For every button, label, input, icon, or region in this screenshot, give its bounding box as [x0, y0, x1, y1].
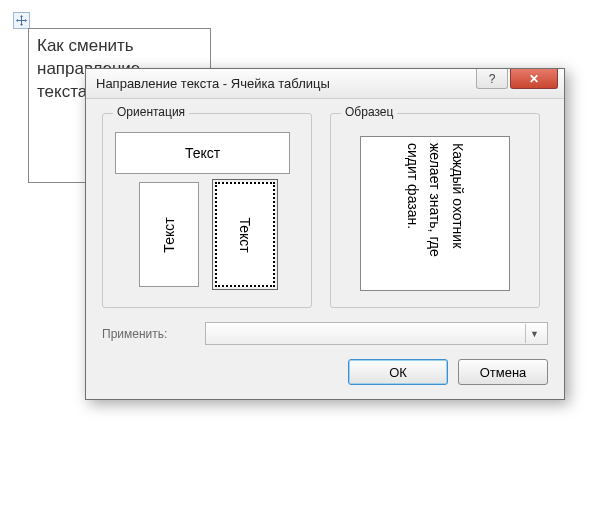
apply-to-label: Применить: [102, 327, 197, 341]
orientation-legend: Ориентация [113, 105, 189, 119]
orientation-text: Текст [161, 217, 177, 252]
chevron-down-icon: ▼ [525, 324, 543, 343]
text-direction-dialog: Направление текста - Ячейка таблицы ? ✕ … [85, 68, 565, 400]
close-button[interactable]: ✕ [510, 69, 558, 89]
cancel-button[interactable]: Отмена [458, 359, 548, 385]
table-move-handle[interactable] [13, 12, 30, 29]
dialog-titlebar: Направление текста - Ячейка таблицы ? ✕ [86, 69, 564, 99]
orientation-vertical-left-option[interactable]: Текст [139, 182, 199, 287]
ok-label: ОК [389, 365, 407, 380]
orientation-horizontal-option[interactable]: Текст [115, 132, 290, 174]
move-arrows-icon [16, 15, 27, 26]
sample-preview: Каждый охотник желает знать, где сидит ф… [360, 136, 510, 291]
close-icon: ✕ [529, 72, 539, 86]
dialog-title: Направление текста - Ячейка таблицы [96, 76, 476, 91]
orientation-text: Текст [185, 145, 220, 161]
sample-panel: Образец Каждый охотник желает знать, где… [330, 113, 540, 308]
help-button[interactable]: ? [476, 69, 508, 89]
sample-legend: Образец [341, 105, 397, 119]
sample-text: Каждый охотник желает знать, где сидит ф… [397, 139, 472, 289]
help-icon: ? [489, 72, 496, 86]
orientation-text: Текст [237, 217, 253, 252]
cancel-label: Отмена [480, 365, 527, 380]
ok-button[interactable]: ОК [348, 359, 448, 385]
orientation-panel: Ориентация Текст Текст Текст [102, 113, 312, 308]
orientation-vertical-right-option[interactable]: Текст [215, 182, 275, 287]
apply-to-select[interactable]: ▼ [205, 322, 548, 345]
